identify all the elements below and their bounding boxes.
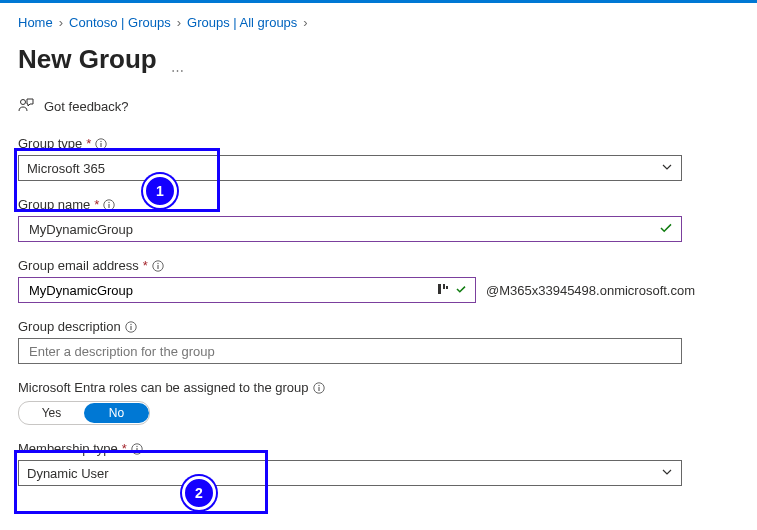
page-root: Home › Contoso | Groups › Groups | All g… (0, 0, 757, 530)
group-email-row: @M365x33945498.onmicrosoft.com (18, 277, 739, 303)
breadcrumb-contoso-groups[interactable]: Contoso | Groups (69, 15, 171, 30)
feedback-link[interactable]: Got feedback? (18, 97, 739, 116)
breadcrumb-home[interactable]: Home (18, 15, 53, 30)
svg-point-2 (101, 140, 102, 141)
field-group-name: Group name * (18, 197, 739, 242)
entra-roles-label: Microsoft Entra roles can be assigned to… (18, 380, 739, 395)
info-icon[interactable] (95, 138, 107, 150)
label-text: Microsoft Entra roles can be assigned to… (18, 380, 309, 395)
svg-rect-21 (136, 448, 137, 452)
label-text: Group type (18, 136, 82, 151)
breadcrumb-all-groups[interactable]: Groups | All groups (187, 15, 297, 30)
svg-point-17 (318, 384, 319, 385)
info-icon[interactable] (103, 199, 115, 211)
svg-rect-11 (443, 284, 445, 289)
group-type-select[interactable]: Microsoft 365 (18, 155, 682, 181)
group-email-input-wrap (18, 277, 476, 303)
label-text: Group description (18, 319, 121, 334)
group-description-input[interactable] (27, 343, 673, 360)
breadcrumb-separator: › (59, 15, 63, 30)
svg-rect-12 (446, 286, 448, 289)
content-area: Home › Contoso | Groups › Groups | All g… (0, 3, 757, 486)
check-icon (455, 283, 467, 298)
annotation-badge-2: 2 (182, 476, 216, 510)
group-description-label: Group description (18, 319, 739, 334)
feedback-icon (18, 97, 34, 116)
feedback-label: Got feedback? (44, 99, 129, 114)
svg-rect-10 (438, 284, 441, 294)
field-group-type: Group type * Microsoft 365 (18, 136, 739, 181)
svg-rect-15 (130, 326, 131, 330)
label-text: Group email address (18, 258, 139, 273)
svg-point-5 (109, 201, 110, 202)
membership-type-label: Membership type * (18, 441, 739, 456)
group-name-input-wrap (18, 216, 682, 242)
field-membership-type: Membership type * Dynamic User (18, 441, 739, 486)
group-name-input[interactable] (27, 221, 659, 238)
breadcrumb-separator: › (303, 15, 307, 30)
info-icon[interactable] (131, 443, 143, 455)
label-text: Group name (18, 197, 90, 212)
label-text: Membership type (18, 441, 118, 456)
membership-type-value: Dynamic User (27, 466, 109, 481)
toggle-no[interactable]: No (84, 403, 149, 423)
group-type-value: Microsoft 365 (27, 161, 105, 176)
toggle-yes[interactable]: Yes (19, 403, 84, 423)
svg-point-20 (136, 445, 137, 446)
svg-rect-6 (109, 204, 110, 208)
group-type-label: Group type * (18, 136, 739, 151)
field-entra-roles: Microsoft Entra roles can be assigned to… (18, 380, 739, 425)
breadcrumb: Home › Contoso | Groups › Groups | All g… (18, 13, 739, 44)
chevron-down-icon (661, 466, 673, 481)
required-marker: * (86, 136, 91, 151)
svg-point-8 (157, 262, 158, 263)
domain-picker-icon[interactable] (437, 283, 449, 298)
membership-type-select[interactable]: Dynamic User (18, 460, 682, 486)
group-name-label: Group name * (18, 197, 739, 212)
required-marker: * (94, 197, 99, 212)
required-marker: * (122, 441, 127, 456)
email-domain-suffix: @M365x33945498.onmicrosoft.com (486, 283, 695, 298)
svg-point-0 (21, 100, 26, 105)
svg-rect-3 (101, 143, 102, 147)
group-email-input[interactable] (27, 282, 437, 299)
info-icon[interactable] (152, 260, 164, 272)
svg-rect-9 (157, 265, 158, 269)
svg-rect-18 (318, 387, 319, 391)
entra-roles-toggle[interactable]: Yes No (18, 401, 150, 425)
annotation-badge-1: 1 (143, 174, 177, 208)
page-title: New Group (18, 44, 157, 75)
chevron-down-icon (661, 161, 673, 176)
info-icon[interactable] (125, 321, 137, 333)
field-group-description: Group description (18, 319, 739, 364)
group-description-input-wrap (18, 338, 682, 364)
required-marker: * (143, 258, 148, 273)
email-input-icons (437, 283, 467, 298)
group-email-label: Group email address * (18, 258, 739, 273)
more-actions-icon[interactable]: ⋯ (171, 63, 186, 78)
svg-point-14 (130, 323, 131, 324)
field-group-email: Group email address * (18, 258, 739, 303)
info-icon[interactable] (313, 382, 325, 394)
check-icon (659, 221, 673, 238)
title-row: New Group ⋯ (18, 44, 739, 97)
breadcrumb-separator: › (177, 15, 181, 30)
